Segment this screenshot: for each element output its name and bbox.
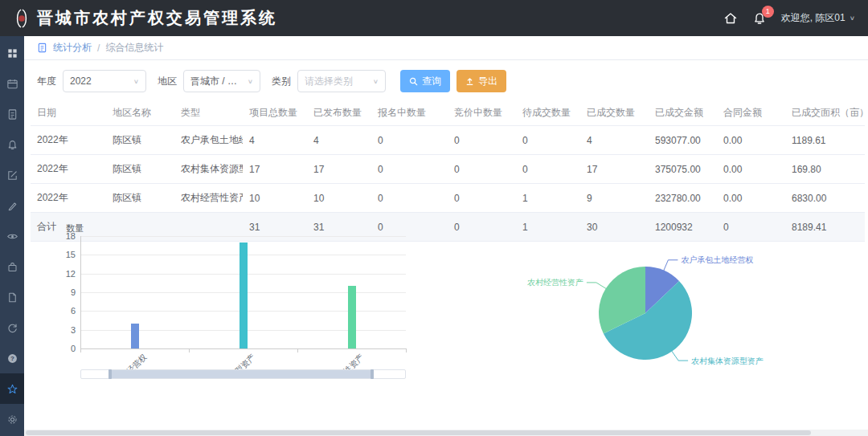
- horizontal-scrollbar-thumb[interactable]: [26, 430, 811, 435]
- chart-zoom-slider[interactable]: [80, 369, 406, 379]
- table-column-header: 类型: [174, 100, 243, 126]
- search-button-label: 查询: [422, 75, 441, 88]
- page-icon: [37, 43, 47, 53]
- notification-badge: 1: [762, 6, 774, 18]
- bar-农户承包土地经营权: [131, 324, 139, 348]
- file-icon: [6, 291, 18, 304]
- chevron-down-icon: ∨: [850, 14, 855, 22]
- table-cell: 农户承包土地经营权: [174, 126, 243, 155]
- gear-icon: [6, 414, 18, 426]
- year-select[interactable]: 2022 ∨: [63, 70, 146, 92]
- star-icon: [6, 383, 18, 395]
- y-axis-tick-label: 12: [55, 269, 76, 279]
- category-select[interactable]: 请选择类别 ∨: [297, 70, 386, 92]
- calendar-icon: [6, 78, 18, 90]
- svg-text:?: ?: [10, 355, 14, 362]
- table-cell: 0: [448, 184, 516, 213]
- y-axis-tick-label: 6: [55, 306, 76, 316]
- table-cell: 0: [371, 184, 448, 213]
- table-cell: 0.00: [717, 126, 785, 155]
- bell-icon: [6, 139, 18, 151]
- year-label: 年度: [37, 75, 56, 88]
- table-cell: 4: [243, 126, 307, 155]
- pie-label-leader-line: [663, 260, 678, 272]
- bar-农村经营性资产: [348, 286, 356, 348]
- region-select-value: 晋城市 / 高平市 / 陈区...: [190, 75, 243, 88]
- sidebar-item-schedule[interactable]: [0, 68, 24, 99]
- sidebar-item-files[interactable]: [0, 282, 24, 312]
- app-title: 晋城市农村产权交易管理系统: [37, 7, 277, 29]
- table-column-header: 已成交金额: [649, 100, 717, 126]
- table-cell: 593077.00: [649, 126, 717, 155]
- x-axis-tick-label: 农村集体资源型资产: [182, 352, 258, 371]
- table-column-header: 已成交数量: [580, 100, 649, 126]
- main-content: 统计分析 / 综合信息统计 年度 2022 ∨ 地区 晋城市 / 高平市 / 陈…: [24, 36, 868, 436]
- sidebar-item-trade[interactable]: [0, 251, 24, 282]
- table-cell: 2022年: [31, 155, 106, 184]
- sidebar-item-favorites[interactable]: [0, 373, 24, 404]
- table-cell: 1189.61: [785, 126, 865, 155]
- x-axis-tick-label: 农户承包土地经营权: [73, 352, 149, 371]
- sidebar-item-sign[interactable]: [0, 190, 24, 221]
- table-cell: 169.80: [785, 155, 865, 184]
- filter-bar: 年度 2022 ∨ 地区 晋城市 / 高平市 / 陈区... ∨ 类别 请选择类…: [24, 60, 868, 100]
- table-cell: 17: [580, 155, 649, 184]
- sidebar-nav: ?: [0, 36, 24, 436]
- table-column-header: 合同金额: [717, 100, 785, 126]
- notifications-button[interactable]: 1: [752, 11, 767, 26]
- table-cell: 17: [243, 155, 307, 184]
- table-cell: 10: [243, 184, 307, 213]
- chart-zoom-handle[interactable]: [371, 369, 374, 379]
- user-menu[interactable]: 欢迎您, 陈区01 ∨: [781, 11, 855, 25]
- breadcrumb-section[interactable]: 统计分析: [53, 41, 92, 55]
- breadcrumb-current-page: 综合信息统计: [105, 41, 163, 55]
- eye-icon: [6, 230, 18, 242]
- horizontal-scrollbar-track: [24, 430, 868, 436]
- chart-zoom-handle[interactable]: [108, 369, 112, 379]
- table-cell: 0: [516, 126, 580, 155]
- y-axis-tick-label: 18: [55, 231, 76, 241]
- search-button[interactable]: 查询: [400, 70, 450, 92]
- table-column-header: 日期: [31, 100, 106, 126]
- sidebar-item-dashboard[interactable]: [0, 38, 24, 68]
- table-cell: 陈区镇: [106, 155, 174, 184]
- region-select[interactable]: 晋城市 / 高平市 / 陈区... ∨: [183, 70, 260, 92]
- app-header: 晋城市农村产权交易管理系统 1 欢迎您, 陈区01 ∨: [0, 0, 868, 36]
- gridline: [80, 236, 406, 237]
- pie-slice-label: 农户承包土地经营权: [681, 255, 753, 264]
- sidebar-item-notices[interactable]: [0, 129, 24, 160]
- breadcrumb: 统计分析 / 综合信息统计: [24, 36, 868, 60]
- sync-icon: [6, 322, 18, 334]
- sidebar-item-help[interactable]: ?: [0, 343, 24, 373]
- pie-chart: 农户承包土地经营权农村集体资源型资产农村经营性资产: [522, 224, 796, 385]
- table-column-header: 待成交数量: [516, 100, 580, 126]
- table-row: 2022年陈区镇农村集体资源型资产171700017375075.000.001…: [31, 155, 865, 184]
- table-cell: 375075.00: [649, 155, 717, 184]
- x-axis-labels: 农户承包土地经营权农村集体资源型资产农村经营性资产: [24, 350, 442, 371]
- sidebar-item-sync[interactable]: [0, 312, 24, 343]
- x-axis-tick-label: 农村经营性资产: [290, 352, 366, 371]
- table-column-header: 已成交面积（亩）: [785, 100, 865, 126]
- export-button[interactable]: 导出: [457, 70, 506, 92]
- chevron-down-icon: ∨: [133, 78, 139, 85]
- table-cell: 农村经营性资产: [174, 184, 243, 213]
- sidebar-item-compose[interactable]: [0, 160, 24, 190]
- table-cell: 6830.00: [785, 184, 865, 213]
- sidebar-item-settings[interactable]: [0, 404, 24, 434]
- sidebar-item-review[interactable]: [0, 221, 24, 251]
- table-cell: 2022年: [31, 126, 106, 155]
- document-icon: [6, 108, 18, 120]
- chart-zoom-selection[interactable]: [110, 370, 371, 378]
- table-cell: 农村集体资源型资产: [174, 155, 243, 184]
- y-axis-line: [80, 236, 81, 348]
- edit-icon: [6, 169, 18, 181]
- table-cell: 0: [371, 126, 448, 155]
- bag-icon: [6, 261, 18, 273]
- y-axis-tick-label: 15: [55, 250, 76, 259]
- home-icon[interactable]: [723, 11, 738, 26]
- sidebar-item-documents[interactable]: [0, 99, 24, 129]
- table-column-header: 地区名称: [106, 100, 174, 126]
- chevron-down-icon: ∨: [373, 78, 379, 85]
- category-label: 类别: [272, 75, 291, 88]
- app-logo-icon: [13, 8, 31, 29]
